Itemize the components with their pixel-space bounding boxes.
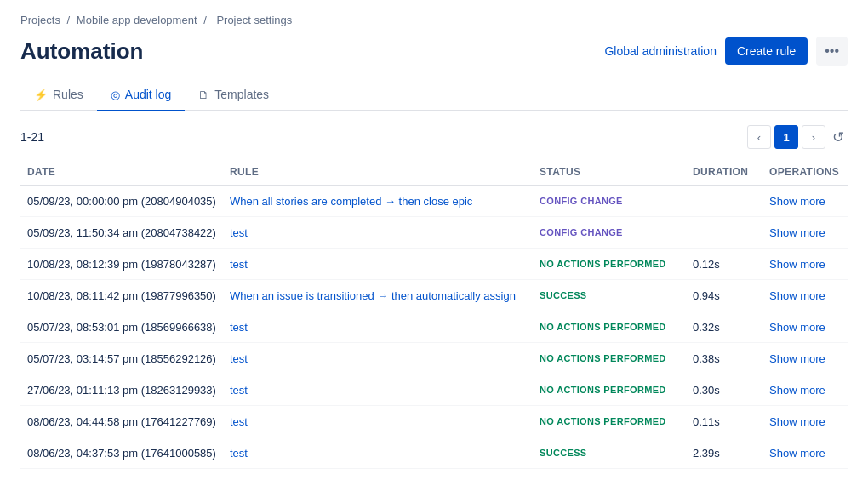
status-badge: SUCCESS	[540, 446, 587, 460]
cell-duration: 0.38s	[686, 343, 762, 374]
tab-audit-log[interactable]: ◎ Audit log	[97, 79, 185, 111]
cell-rule: test	[223, 343, 533, 374]
rule-link[interactable]: test	[230, 447, 248, 460]
cell-status: SUCCESS	[533, 280, 686, 311]
show-more-link[interactable]: Show more	[769, 226, 825, 239]
show-more-link[interactable]: Show more	[769, 415, 825, 428]
table-row: 27/06/23, 01:11:13 pm (18263129933)testN…	[20, 374, 848, 406]
cell-status: NO ACTIONS PERFORMED	[533, 343, 686, 374]
cell-status: NO ACTIONS PERFORMED	[533, 406, 686, 437]
status-badge: CONFIG CHANGE	[540, 194, 623, 208]
cell-duration: 0.94s	[686, 280, 762, 311]
table-row: 08/06/23, 04:44:58 pm (17641227769)testN…	[20, 406, 848, 437]
show-more-link[interactable]: Show more	[769, 258, 825, 271]
cell-status: CONFIG CHANGE	[533, 186, 686, 217]
cell-operations: Show more	[762, 437, 848, 469]
rule-link[interactable]: When all stories are completed → then cl…	[230, 195, 472, 208]
page-header: Automation Global administration Create …	[20, 37, 848, 66]
page-range: 1-21	[20, 130, 44, 144]
cell-date: 05/09/23, 00:00:00 pm (20804904035)	[20, 186, 223, 217]
col-duration: Duration	[686, 159, 762, 186]
templates-icon: 🗋	[198, 89, 209, 101]
col-date: Date	[20, 159, 223, 186]
cell-duration: 0.12s	[686, 249, 762, 280]
status-badge: SUCCESS	[540, 289, 587, 302]
cell-date: 10/08/23, 08:11:42 pm (19877996350)	[20, 280, 223, 311]
cell-rule: test	[223, 249, 533, 280]
rule-link[interactable]: test	[230, 226, 248, 239]
table-row: 10/08/23, 08:11:42 pm (19877996350)When …	[20, 280, 848, 311]
tab-rules[interactable]: ⚡ Rules	[20, 79, 97, 111]
audit-icon: ◎	[111, 89, 120, 101]
cell-duration	[686, 217, 762, 249]
cell-operations: Show more	[762, 343, 848, 374]
rule-link[interactable]: test	[230, 321, 248, 334]
global-admin-link[interactable]: Global administration	[604, 44, 717, 58]
refresh-button[interactable]: ↺	[829, 127, 848, 148]
show-more-link[interactable]: Show more	[769, 289, 825, 302]
rule-link[interactable]: When an issue is transitioned → then aut…	[230, 289, 516, 302]
pagination-row: 1-21 ‹ 1 › ↺	[20, 125, 848, 149]
breadcrumb-project[interactable]: Mobile app development	[77, 14, 197, 26]
col-operations: Operations	[762, 159, 848, 186]
table-row: 05/09/23, 00:00:00 pm (20804904035)When …	[20, 186, 848, 217]
rules-icon: ⚡	[34, 89, 48, 101]
cell-date: 08/06/23, 04:37:53 pm (17641000585)	[20, 437, 223, 469]
cell-status: NO ACTIONS PERFORMED	[533, 311, 686, 343]
breadcrumb-projects[interactable]: Projects	[20, 14, 60, 26]
cell-date: 05/09/23, 11:50:34 am (20804738422)	[20, 217, 223, 249]
table-row: 05/07/23, 08:53:01 pm (18569966638)testN…	[20, 311, 848, 343]
status-badge: NO ACTIONS PERFORMED	[540, 351, 666, 365]
tab-templates[interactable]: 🗋 Templates	[185, 79, 283, 111]
col-rule: Rule	[223, 159, 533, 186]
cell-duration: 0.30s	[686, 374, 762, 406]
rule-link[interactable]: test	[230, 352, 248, 365]
status-badge: NO ACTIONS PERFORMED	[540, 414, 666, 428]
page-title: Automation	[20, 38, 143, 65]
audit-log-table: Date Rule Status Duration Operations 05/…	[20, 159, 848, 469]
cell-duration	[686, 186, 762, 217]
status-badge: NO ACTIONS PERFORMED	[540, 257, 666, 271]
more-options-button[interactable]: •••	[816, 37, 848, 66]
cell-operations: Show more	[762, 311, 848, 343]
table-row: 05/09/23, 11:50:34 am (20804738422)testC…	[20, 217, 848, 249]
col-status: Status	[533, 159, 686, 186]
cell-operations: Show more	[762, 217, 848, 249]
status-badge: NO ACTIONS PERFORMED	[540, 383, 666, 397]
rule-link[interactable]: test	[230, 258, 248, 271]
cell-date: 10/08/23, 08:12:39 pm (19878043287)	[20, 249, 223, 280]
tab-templates-label: Templates	[214, 88, 269, 101]
status-badge: CONFIG CHANGE	[540, 226, 623, 239]
status-badge: NO ACTIONS PERFORMED	[540, 320, 666, 334]
cell-rule: When an issue is transitioned → then aut…	[223, 280, 533, 311]
breadcrumb-current: Project settings	[216, 14, 292, 26]
create-rule-button[interactable]: Create rule	[725, 37, 808, 65]
cell-status: NO ACTIONS PERFORMED	[533, 249, 686, 280]
cell-rule: test	[223, 406, 533, 437]
cell-rule: test	[223, 437, 533, 469]
cell-duration: 0.11s	[686, 406, 762, 437]
rule-link[interactable]: test	[230, 415, 248, 428]
show-more-link[interactable]: Show more	[769, 352, 825, 365]
cell-operations: Show more	[762, 374, 848, 406]
cell-duration: 0.32s	[686, 311, 762, 343]
cell-status: CONFIG CHANGE	[533, 217, 686, 249]
header-actions: Global administration Create rule •••	[604, 37, 848, 66]
more-icon: •••	[825, 43, 839, 59]
show-more-link[interactable]: Show more	[769, 384, 825, 397]
cell-rule: test	[223, 311, 533, 343]
tab-bar: ⚡ Rules ◎ Audit log 🗋 Templates	[20, 79, 848, 111]
show-more-link[interactable]: Show more	[769, 195, 825, 208]
cell-operations: Show more	[762, 186, 848, 217]
show-more-link[interactable]: Show more	[769, 447, 825, 460]
cell-status: SUCCESS	[533, 437, 686, 469]
cell-rule: When all stories are completed → then cl…	[223, 186, 533, 217]
next-page-button[interactable]: ›	[802, 125, 825, 149]
rule-link[interactable]: test	[230, 384, 248, 397]
breadcrumb: Projects / Mobile app development / Proj…	[20, 14, 848, 26]
current-page-button[interactable]: 1	[774, 125, 798, 149]
prev-page-button[interactable]: ‹	[747, 125, 771, 149]
cell-status: NO ACTIONS PERFORMED	[533, 374, 686, 406]
cell-date: 05/07/23, 03:14:57 pm (18556292126)	[20, 343, 223, 374]
show-more-link[interactable]: Show more	[769, 321, 825, 334]
